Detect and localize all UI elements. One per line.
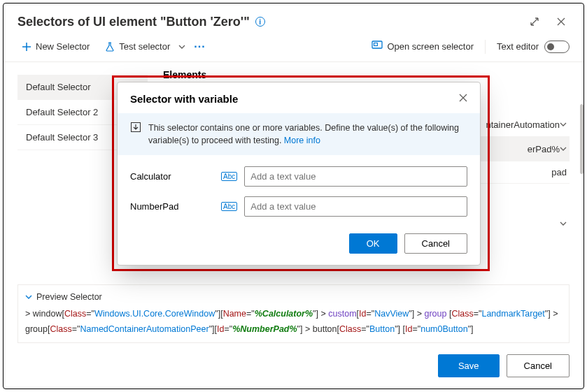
variable-dialog: Selector with variable This selector con…: [117, 82, 481, 266]
chevron-down-icon: [25, 293, 32, 300]
abc-icon: Abc: [221, 202, 237, 211]
open-screen-selector-button[interactable]: Open screen selector: [372, 41, 474, 52]
scrollbar[interactable]: [579, 90, 585, 265]
ok-button[interactable]: OK: [349, 233, 397, 254]
preview-body: > window[Class="Windows.UI.Core.CoreWind…: [25, 306, 562, 337]
variable-field: Calculator Abc: [130, 166, 467, 187]
download-icon: [130, 122, 141, 147]
flask-icon: [105, 42, 115, 52]
dialog-cancel-button[interactable]: Cancel: [404, 233, 467, 254]
save-button[interactable]: Save: [438, 354, 500, 377]
more-info-link[interactable]: More info: [284, 136, 320, 145]
test-selector-button[interactable]: Test selector: [101, 38, 174, 55]
window-title: Selectors of UI element "Button 'Zero'": [17, 15, 250, 29]
expand-icon[interactable]: [526, 13, 543, 30]
info-icon[interactable]: i: [255, 17, 265, 27]
toggle-off-icon[interactable]: [544, 41, 570, 53]
chevron-down-icon[interactable]: [560, 217, 567, 230]
preview-toggle[interactable]: Preview Selector: [25, 292, 102, 302]
dialog-info: This selector contains one or more varia…: [118, 113, 480, 155]
dialog-title: Selector with variable: [130, 93, 238, 105]
footer: Save Cancel: [3, 343, 584, 389]
titlebar: Selectors of UI element "Button 'Zero'" …: [3, 3, 584, 31]
cancel-button[interactable]: Cancel: [507, 354, 570, 377]
text-editor-toggle[interactable]: Text editor: [497, 41, 570, 53]
close-icon[interactable]: [553, 13, 570, 30]
close-icon[interactable]: [459, 92, 467, 105]
more-menu[interactable]: ···: [190, 39, 209, 55]
chevron-down-icon[interactable]: [560, 118, 567, 131]
new-selector-button[interactable]: New Selector: [17, 38, 94, 55]
screen-icon: [372, 41, 383, 52]
variable-field: NumberPad Abc: [130, 196, 467, 217]
abc-icon: Abc: [221, 172, 237, 181]
variable-input-numberpad[interactable]: [244, 196, 467, 217]
chevron-down-icon[interactable]: [560, 143, 567, 155]
plus-icon: [22, 42, 31, 52]
toolbar: New Selector Test selector ··· Open scre…: [3, 31, 584, 62]
svg-rect-1: [374, 43, 378, 46]
preview-panel: Preview Selector > window[Class="Windows…: [17, 284, 570, 344]
test-dropdown[interactable]: [174, 39, 190, 55]
variable-input-calculator[interactable]: [244, 166, 467, 187]
